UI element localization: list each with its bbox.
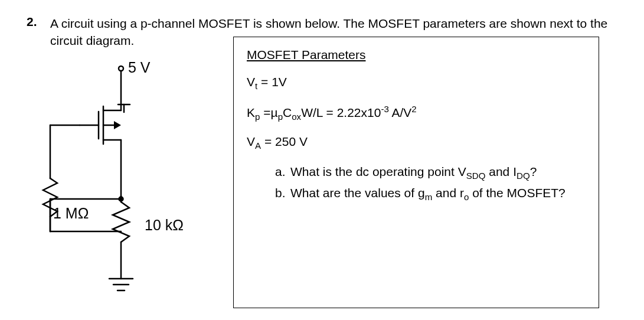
- circuit-svg: [27, 54, 221, 308]
- supply-voltage-label: 5 V: [128, 59, 151, 76]
- question-a: a. What is the dc operating point VSDQ a…: [275, 164, 586, 182]
- param-va: VA = 250 V: [247, 135, 586, 151]
- problem-number: 2.: [27, 15, 43, 29]
- question-b: b. What are the values of gm and ro of t…: [275, 185, 586, 204]
- resistor-2-label: 10 kΩ: [145, 217, 184, 234]
- main-content: 5 V 1 MΩ 10 kΩ MOSFET Parameters Vt = 1V…: [27, 54, 617, 308]
- param-vt: Vt = 1V: [247, 75, 586, 91]
- param-kp: Kp =µpCoxW/L = 2.22x10-3 A/V2: [247, 104, 586, 122]
- question-list: a. What is the dc operating point VSDQ a…: [275, 164, 586, 203]
- resistor-1-label: 1 MΩ: [53, 205, 89, 222]
- parameters-title: MOSFET Parameters: [247, 48, 586, 62]
- svg-point-26: [119, 197, 123, 201]
- circuit-diagram: 5 V 1 MΩ 10 kΩ: [27, 54, 221, 308]
- parameters-box: MOSFET Parameters Vt = 1V Kp =µpCoxW/L =…: [233, 37, 599, 308]
